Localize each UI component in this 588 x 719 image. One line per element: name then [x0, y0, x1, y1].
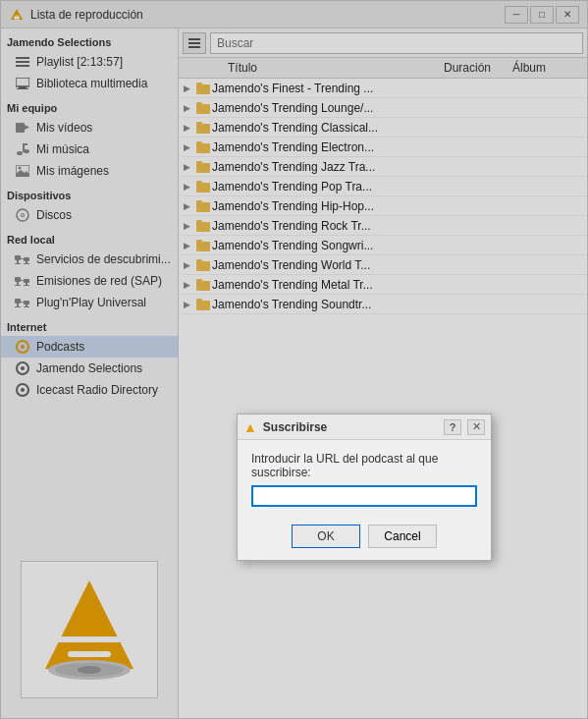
table-row[interactable]: ▶ Jamendo's Trending Rock Tr...: [179, 216, 587, 236]
row-expand-icon[interactable]: ▶: [179, 123, 194, 133]
main-window: Lista de reproducción ─ □ ✕ Jamendo Sele…: [0, 0, 588, 719]
discos-label: Discos: [36, 208, 172, 222]
videos-label: Mis vídeos: [36, 121, 172, 135]
dialog-close-button[interactable]: ✕: [467, 419, 485, 435]
svg-rect-70: [196, 200, 202, 203]
dialog-buttons: OK Cancel: [238, 517, 491, 560]
row-title: Jamendo's Trending Soundtr...: [212, 298, 440, 311]
table-row[interactable]: ▶ Jamendo's Trending Jazz Tra...: [179, 157, 587, 177]
svg-marker-17: [16, 170, 29, 177]
svg-rect-64: [196, 141, 202, 144]
sidebar-item-icecast[interactable]: Icecast Radio Directory: [1, 379, 178, 401]
sidebar-item-music[interactable]: Mi música: [1, 138, 178, 160]
dialog-title: Suscribirse: [263, 420, 438, 434]
row-expand-icon[interactable]: ▶: [179, 260, 194, 270]
table-row[interactable]: ▶ Jamendo's Trending Classical...: [179, 118, 587, 138]
sidebar-item-images[interactable]: Mis imágenes: [1, 160, 178, 182]
svg-rect-58: [196, 83, 202, 85]
row-title: Jamendo's Trending Classical...: [212, 121, 440, 135]
row-expand-icon[interactable]: ▶: [179, 182, 194, 192]
search-input[interactable]: [210, 32, 583, 54]
main-content: Jamendo Selections Playlist [2:13:57]: [1, 28, 587, 718]
dialog-body: Introducir la URL del podcast al que sus…: [238, 440, 491, 517]
sidebar-item-emisiones[interactable]: Emisiones de red (SAP): [1, 270, 178, 292]
sidebar-item-videos[interactable]: Mis vídeos: [1, 117, 178, 138]
svg-rect-8: [17, 88, 28, 89]
svg-rect-73: [196, 242, 210, 251]
table-row[interactable]: ▶ Jamendo's Trending Pop Tra...: [179, 177, 587, 196]
svg-rect-21: [15, 255, 21, 260]
sidebar-item-plug[interactable]: Plug'n'Play Universal: [1, 292, 178, 313]
dialog-warning-icon: ▲: [243, 419, 257, 435]
maximize-button[interactable]: □: [530, 6, 554, 24]
row-expand-icon[interactable]: ▶: [179, 103, 194, 113]
dialog-cancel-button[interactable]: Cancel: [368, 525, 437, 548]
window-controls: ─ □ ✕: [505, 6, 579, 24]
row-expand-icon[interactable]: ▶: [179, 162, 194, 172]
svg-rect-24: [24, 257, 29, 261]
svg-rect-29: [17, 282, 19, 285]
table-row[interactable]: ▶ Jamendo's Finest - Trending ...: [179, 79, 587, 98]
svg-point-53: [78, 666, 101, 674]
minimize-button[interactable]: ─: [505, 6, 528, 24]
close-button[interactable]: ✕: [556, 6, 579, 24]
table-row[interactable]: ▶ Jamendo's Trending World T...: [179, 255, 587, 275]
svg-rect-66: [196, 161, 202, 164]
sidebar-item-discos[interactable]: Discos: [1, 204, 178, 226]
svg-rect-28: [15, 277, 21, 282]
svg-line-27: [21, 258, 24, 259]
row-expand-icon[interactable]: ▶: [179, 83, 194, 93]
svg-rect-22: [17, 260, 19, 263]
sidebar-item-multimedia[interactable]: Biblioteca multimedia: [1, 73, 178, 94]
svg-rect-62: [196, 122, 202, 125]
svg-rect-71: [196, 222, 210, 232]
podcast-icon: [15, 339, 30, 355]
dialog-ok-button[interactable]: OK: [292, 525, 360, 548]
svg-rect-7: [19, 86, 27, 88]
table-row[interactable]: ▶ Jamendo's Trending Soundtr...: [179, 295, 587, 314]
dialog-title-bar: ▲ Suscribirse ? ✕: [238, 415, 491, 440]
emisiones-icon: [15, 273, 30, 289]
table-row[interactable]: ▶ Jamendo's Trending Hip-Hop...: [179, 196, 587, 216]
row-folder-icon: [194, 240, 212, 251]
table-row[interactable]: ▶ Jamendo's Trending Electron...: [179, 138, 587, 157]
sidebar-item-servicios[interactable]: Servicios de descubrimi...: [1, 249, 178, 270]
dialog-help-button[interactable]: ?: [444, 419, 461, 435]
section-internet-header: Internet: [1, 313, 178, 336]
row-expand-icon[interactable]: ▶: [179, 221, 194, 231]
row-folder-icon: [194, 220, 212, 232]
svg-rect-63: [196, 143, 210, 153]
row-folder-icon: [194, 83, 212, 94]
sidebar-item-podcasts[interactable]: Podcasts: [1, 336, 178, 358]
row-folder-icon: [194, 299, 212, 310]
row-title: Jamendo's Trending Jazz Tra...: [212, 160, 440, 174]
sidebar-item-jamendo[interactable]: Jamendo Selections: [1, 358, 178, 379]
table-row[interactable]: ▶ Jamendo's Trending Lounge/...: [179, 98, 587, 118]
row-expand-icon[interactable]: ▶: [179, 201, 194, 211]
row-title: Jamendo's Trending Pop Tra...: [212, 180, 440, 194]
svg-marker-10: [25, 125, 29, 130]
row-expand-icon[interactable]: ▶: [179, 280, 194, 290]
disk-icon: [15, 207, 30, 223]
svg-rect-55: [188, 42, 200, 44]
svg-rect-74: [196, 240, 202, 243]
sidebar-item-playlist[interactable]: Playlist [2:13:57]: [1, 51, 178, 73]
menu-button[interactable]: [183, 32, 206, 54]
playlist-label: Playlist [2:13:57]: [36, 55, 172, 69]
row-expand-icon[interactable]: ▶: [179, 241, 194, 250]
dialog-url-input[interactable]: [251, 485, 477, 507]
row-title: Jamendo's Trending World T...: [212, 258, 440, 272]
svg-point-47: [21, 388, 25, 392]
table-row[interactable]: ▶ Jamendo's Trending Songwri...: [179, 236, 587, 255]
podcasts-label: Podcasts: [36, 340, 172, 354]
svg-rect-56: [188, 46, 200, 48]
svg-rect-68: [196, 181, 202, 184]
table-row[interactable]: ▶ Jamendo's Trending Metal Tr...: [179, 275, 587, 295]
row-expand-icon[interactable]: ▶: [179, 300, 194, 309]
music-label: Mi música: [36, 142, 172, 156]
icecast-label: Icecast Radio Directory: [36, 383, 172, 397]
svg-rect-80: [196, 299, 202, 302]
row-folder-icon: [194, 161, 212, 173]
row-expand-icon[interactable]: ▶: [179, 142, 194, 152]
servicios-icon: [15, 251, 30, 267]
